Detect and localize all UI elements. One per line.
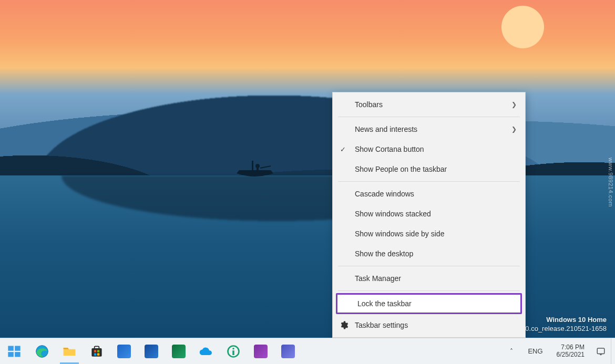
chevron-right-icon: ❯ — [511, 126, 517, 133]
menu-item-label: Show the desktop — [355, 249, 413, 258]
info-circle-icon — [226, 344, 241, 359]
svg-rect-14 — [94, 353, 96, 355]
folder-icon — [62, 344, 77, 359]
svg-rect-0 — [252, 161, 253, 170]
menu-item-label: Taskbar settings — [355, 321, 408, 329]
svg-rect-18 — [232, 350, 234, 355]
menu-cascade-windows[interactable]: Cascade windows — [333, 184, 525, 204]
show-desktop-button[interactable] — [611, 338, 615, 364]
tray-date: 6/25/2021 — [557, 351, 585, 359]
taskbar-app-microsoft-store[interactable] — [83, 338, 110, 364]
svg-rect-6 — [8, 352, 13, 357]
wallpaper-boat — [234, 159, 276, 180]
tray-time: 7:06 PM — [557, 344, 585, 351]
menu-show-cortana-button[interactable]: ✓ Show Cortana button — [333, 139, 525, 159]
taskbar-app-teams[interactable] — [274, 338, 302, 364]
chevron-up-icon: ˄ — [510, 348, 513, 355]
menu-separator — [338, 266, 520, 266]
tray-language-label: ENG — [528, 347, 542, 355]
svg-point-1 — [255, 164, 260, 168]
source-site-watermark: www.989214.com — [608, 158, 614, 207]
chevron-right-icon: ❯ — [511, 101, 517, 108]
outlook-icon — [117, 345, 131, 358]
menu-task-manager[interactable]: Task Manager — [333, 268, 525, 288]
menu-lock-the-taskbar[interactable]: Lock the taskbar — [336, 293, 522, 314]
start-button[interactable] — [0, 338, 28, 364]
notification-icon — [596, 347, 606, 356]
store-icon — [89, 344, 104, 359]
system-tray: ˄ ENG 7:06 PM 6/25/2021 — [501, 338, 611, 364]
taskbar-app-groove[interactable] — [220, 338, 247, 364]
menu-show-windows-stacked[interactable]: Show windows stacked — [333, 204, 525, 224]
svg-rect-5 — [15, 346, 20, 350]
menu-item-label: Lock the taskbar — [357, 299, 412, 308]
menu-item-label: News and interests — [355, 125, 417, 133]
menu-show-windows-side-by-side[interactable]: Show windows side by side — [333, 224, 525, 244]
menu-show-the-desktop[interactable]: Show the desktop — [333, 244, 525, 264]
menu-toolbars[interactable]: Toolbars ❯ — [333, 95, 525, 115]
svg-point-17 — [232, 348, 234, 350]
taskbar-app-onenote[interactable] — [247, 338, 274, 364]
taskbar-pinned-apps — [28, 338, 302, 364]
tray-language-button[interactable]: ENG — [525, 347, 546, 355]
tray-clock-button[interactable]: 7:06 PM 6/25/2021 — [554, 344, 588, 359]
svg-rect-19 — [597, 348, 604, 354]
taskbar-app-onedrive[interactable] — [192, 338, 220, 364]
menu-separator — [338, 117, 520, 117]
menu-show-people[interactable]: Show People on the taskbar — [333, 159, 525, 179]
menu-taskbar-settings[interactable]: Taskbar settings — [333, 315, 525, 335]
cloud-icon — [199, 344, 213, 359]
word-icon — [145, 345, 158, 358]
onenote-icon — [254, 345, 268, 358]
check-icon: ✓ — [340, 145, 346, 153]
svg-rect-11 — [95, 346, 99, 349]
svg-line-3 — [260, 166, 271, 168]
excel-icon — [172, 345, 186, 358]
svg-rect-12 — [94, 350, 96, 352]
menu-item-label: Show Cortana button — [355, 145, 424, 153]
taskbar-app-excel[interactable] — [165, 338, 192, 364]
taskbar-context-menu: Toolbars ❯ News and interests ❯ ✓ Show C… — [332, 92, 526, 338]
taskbar-app-file-explorer[interactable] — [56, 338, 83, 364]
menu-item-label: Cascade windows — [355, 190, 414, 198]
menu-item-label: Show windows side by side — [355, 230, 444, 238]
menu-separator — [338, 181, 520, 182]
svg-rect-15 — [97, 353, 99, 355]
menu-separator — [338, 290, 520, 291]
gear-icon — [339, 320, 348, 330]
taskbar-app-outlook[interactable] — [110, 338, 138, 364]
menu-news-and-interests[interactable]: News and interests ❯ — [333, 119, 525, 139]
svg-rect-13 — [97, 350, 99, 352]
tray-notifications-button[interactable] — [595, 346, 607, 357]
windows-logo-icon — [7, 344, 22, 359]
teams-icon — [281, 345, 295, 358]
edge-icon — [35, 344, 49, 359]
svg-rect-7 — [15, 352, 20, 357]
svg-rect-4 — [8, 346, 13, 350]
taskbar-app-edge[interactable] — [28, 338, 56, 364]
menu-item-label: Show windows stacked — [355, 210, 431, 218]
menu-item-label: Toolbars — [355, 100, 383, 109]
menu-item-label: Show People on the taskbar — [355, 165, 447, 173]
menu-item-label: Task Manager — [355, 274, 401, 283]
taskbar-app-word[interactable] — [138, 338, 165, 364]
svg-rect-2 — [257, 168, 259, 171]
taskbar: ˄ ENG 7:06 PM 6/25/2021 — [0, 338, 615, 364]
tray-overflow-button[interactable]: ˄ — [506, 346, 517, 357]
